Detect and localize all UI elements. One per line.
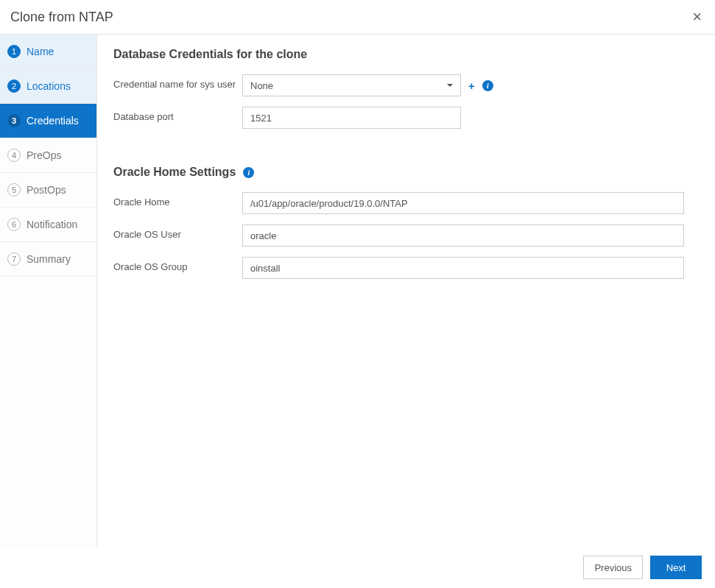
close-icon[interactable]: × <box>692 9 702 25</box>
step-notification[interactable]: 6 Notification <box>0 208 96 242</box>
label-oracle-home: Oracle Home <box>113 192 242 208</box>
control-database-port <box>242 107 461 129</box>
info-icon[interactable]: i <box>243 167 254 178</box>
input-oracle-os-user[interactable] <box>242 224 684 247</box>
wizard-sidebar: 1 Name 2 Locations 3 Credentials 4 PreOp… <box>0 35 97 547</box>
step-name[interactable]: 1 Name <box>0 35 96 69</box>
step-credentials[interactable]: 3 Credentials <box>0 104 96 138</box>
step-label: Summary <box>27 253 71 265</box>
input-oracle-home[interactable] <box>242 192 684 214</box>
row-oracle-os-user: Oracle OS User <box>113 224 686 247</box>
select-value: None <box>250 80 273 91</box>
step-label: Locations <box>27 80 71 92</box>
row-oracle-os-group: Oracle OS Group <box>113 257 686 279</box>
wizard-content: Database Credentials for the clone Crede… <box>97 35 715 547</box>
chevron-down-icon <box>447 84 453 87</box>
input-database-port[interactable] <box>242 107 461 129</box>
step-label: PostOps <box>27 184 66 196</box>
step-label: Name <box>27 46 54 57</box>
control-credential-name: None + i <box>242 74 493 96</box>
input-oracle-os-group[interactable] <box>242 257 684 279</box>
label-oracle-os-group: Oracle OS Group <box>113 257 242 272</box>
step-locations[interactable]: 2 Locations <box>0 69 96 104</box>
add-credential-icon[interactable]: + <box>468 79 475 92</box>
section-db-credentials-title: Database Credentials for the clone <box>113 48 686 61</box>
row-credential-name: Credential name for sys user None + i <box>113 74 686 96</box>
step-number: 6 <box>7 218 21 231</box>
previous-button[interactable]: Previous <box>583 556 643 579</box>
step-number: 5 <box>7 183 21 196</box>
section-oracle-home-text: Oracle Home Settings <box>113 166 236 179</box>
step-summary[interactable]: 7 Summary <box>0 242 96 277</box>
info-icon[interactable]: i <box>482 80 493 91</box>
dialog-body: 1 Name 2 Locations 3 Credentials 4 PreOp… <box>0 35 715 547</box>
section-oracle-home-title: Oracle Home Settings i <box>113 166 686 179</box>
row-oracle-home: Oracle Home <box>113 192 686 214</box>
step-label: PreOps <box>27 149 61 161</box>
label-database-port: Database port <box>113 107 242 122</box>
step-number: 1 <box>7 45 21 58</box>
step-postops[interactable]: 5 PostOps <box>0 173 96 208</box>
step-number: 2 <box>7 79 21 93</box>
label-oracle-os-user: Oracle OS User <box>113 224 242 240</box>
dialog-footer: Previous Next <box>0 547 715 588</box>
step-number: 7 <box>7 252 21 266</box>
step-label: Credentials <box>27 115 79 127</box>
select-credential-name[interactable]: None <box>242 74 461 96</box>
dialog-title: Clone from NTAP <box>10 10 113 25</box>
row-database-port: Database port <box>113 107 686 129</box>
section-oracle-home: Oracle Home Settings i Oracle Home Oracl… <box>113 166 686 279</box>
label-credential-name: Credential name for sys user <box>113 74 242 90</box>
dialog-header: Clone from NTAP × <box>0 0 715 35</box>
clone-wizard-dialog: Clone from NTAP × 1 Name 2 Locations 3 C… <box>0 0 715 588</box>
next-button[interactable]: Next <box>650 556 702 579</box>
step-number: 3 <box>7 114 21 127</box>
step-preops[interactable]: 4 PreOps <box>0 138 96 173</box>
step-label: Notification <box>27 219 77 230</box>
step-number: 4 <box>7 149 21 162</box>
